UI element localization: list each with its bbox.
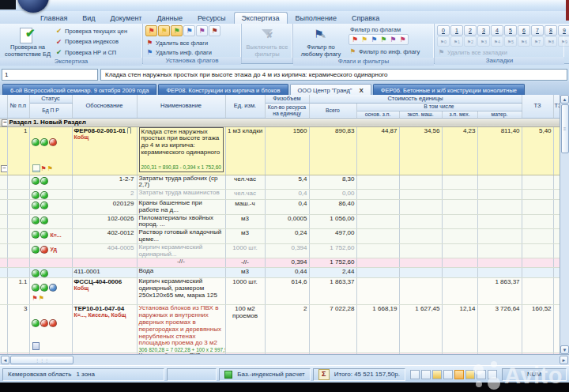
table-row[interactable]: 1.1⚑⚑ФССЦ-404-0006КобщКирпич керамически… — [0, 278, 560, 305]
name-cell[interactable]: Кирпич керамический одинарный, размером … — [137, 278, 225, 305]
bookmark-flag-button[interactable]: ⚑6 — [518, 36, 530, 47]
basis-cell[interactable] — [72, 258, 137, 268]
name-cell[interactable]: Затраты труда машинистов — [137, 190, 225, 200]
filter-flag-icon[interactable]: ⚑ — [379, 35, 388, 44]
table-row[interactable]: 102-0026Пиломатериалы хвойных пород. ...… — [0, 214, 560, 229]
table-row[interactable]: К=...402-0012Раствор готовый кладочный ц… — [0, 229, 560, 244]
status-cell[interactable] — [29, 190, 72, 200]
bookmark-button[interactable]: 8 — [545, 25, 557, 36]
bookmark-button[interactable]: 5 — [504, 25, 517, 36]
vertical-scroll-thumb[interactable]: ≡ — [561, 104, 569, 153]
bookmark-flag-button[interactable]: ⚑9 — [558, 36, 569, 47]
ribbon-tab[interactable]: Выполнение — [288, 13, 344, 24]
bookmark-flag-button[interactable]: ⚑2 — [464, 36, 477, 47]
filter-flag-icon[interactable]: ⚑ — [360, 35, 369, 44]
status-cell[interactable] — [29, 214, 72, 229]
set-flag-button[interactable]: ⚑ — [158, 25, 170, 36]
name-cell[interactable]: Пиломатериалы хвойных пород. ... — [137, 214, 225, 229]
status-cell[interactable] — [29, 268, 72, 278]
remove-all-flags-button[interactable]: ⚑Удалить все флаги — [145, 38, 208, 47]
table-row[interactable]: 411-0001Водам30,442,44 — [0, 268, 560, 278]
filter-info-flag-button[interactable]: ⚑Фильтр по инф. флагу — [349, 47, 420, 56]
horizontal-scrollbar[interactable]: ◄ ⋮⋮⋮ ► — [0, 354, 569, 365]
scroll-left-arrow[interactable]: ◄ — [1, 356, 9, 364]
horizontal-scroll-thumb[interactable]: ⋮⋮⋮ — [10, 356, 73, 364]
check-prices-button[interactable]: ✔Проверка текущих цен — [55, 26, 127, 36]
filter-any-flag-button[interactable]: ⚑✎ Фильтр по любому флагу — [296, 25, 346, 58]
header-unit-cost[interactable]: Стоимость единицы — [309, 95, 522, 103]
table-row[interactable]: −Раздел 1. Новый Раздел — [0, 118, 560, 126]
ribbon-tab[interactable]: Справка — [345, 13, 386, 24]
header-name[interactable]: Наименование — [137, 95, 225, 118]
ribbon-tab[interactable]: Ресурсы — [190, 13, 233, 24]
statusbar-tool-icon[interactable] — [454, 370, 464, 379]
name-cell[interactable]: Затраты труда рабочих (ср 2,7) — [137, 175, 225, 190]
check-db-button[interactable]: ✔ Проверка на соответствие БД — [2, 25, 53, 58]
bookmark-button[interactable]: 9 — [558, 25, 569, 36]
document-tab[interactable]: ФЕР08. Конструкции из кирпича и блоков — [158, 84, 288, 96]
table-row[interactable]: 2Затраты труда машинистовчел.час0,40,00 — [0, 190, 560, 200]
header-em[interactable]: эксп. маш. — [399, 111, 442, 118]
bookmark-flag-button[interactable]: ⚑1 — [450, 36, 463, 47]
name-cell[interactable]: Установка блоков из ПВХ в наружных и вну… — [137, 305, 225, 353]
filter-flag-icon[interactable]: ⚑ — [388, 35, 398, 44]
statusbar-tool-icon[interactable] — [443, 370, 453, 379]
basis-cell[interactable]: 102-0026 — [72, 214, 137, 229]
status-cell[interactable] — [29, 175, 72, 190]
check-nr-sp-button[interactable]: ✔Проверка НР и СП — [55, 47, 127, 57]
collapse-icon[interactable]: − — [1, 165, 7, 172]
name-cell[interactable]: -//- — [137, 258, 225, 268]
ribbon-tab[interactable]: Главная — [33, 13, 74, 24]
header-tz2[interactable]: ТЗ — [553, 95, 560, 118]
ribbon-tab[interactable]: Документ — [104, 13, 149, 24]
bookmark-flag-button[interactable]: ⚑3 — [477, 36, 490, 47]
basis-cell[interactable]: 1-2-7 — [72, 175, 137, 190]
header-status[interactable]: Статус — [29, 95, 72, 103]
header-unit[interactable]: Ед. изм. — [225, 95, 265, 118]
bookmark-flag-button[interactable]: ⚑0 — [437, 36, 450, 47]
filter-flag-icon[interactable]: ⚑ — [350, 35, 360, 44]
table-row[interactable]: 1-2-7Затраты труда рабочих (ср 2,7)чел.ч… — [0, 175, 560, 190]
header-num[interactable]: № п.п — [7, 95, 29, 118]
check-indexes-button[interactable]: ✔Проверка индексов — [55, 37, 127, 47]
header-zpm[interactable]: з.п. мех. — [442, 111, 477, 118]
header-phys[interactable]: Физобъем — [265, 95, 309, 103]
statusbar-tool-icon[interactable] — [477, 370, 486, 379]
name-cell[interactable]: Кладка стен наружных простых при высоте … — [137, 126, 225, 175]
basis-cell[interactable]: ФССЦ-404-0006Кобщ — [72, 278, 137, 305]
bookmark-button[interactable]: 3 — [477, 25, 490, 36]
basis-cell[interactable]: 411-0001 — [72, 268, 137, 278]
ribbon-tab[interactable]: Вид — [75, 13, 102, 24]
set-flag-button[interactable]: ⚑ — [209, 25, 220, 36]
document-tab[interactable]: 6-ой Всероссийский семинар. 9 октября 20… — [2, 84, 156, 96]
status-cell[interactable] — [29, 258, 72, 268]
bookmark-button[interactable]: 1 — [450, 25, 463, 36]
basis-cell[interactable]: ФЕР08-02-001-01Кобщ — [72, 126, 137, 175]
document-tab[interactable]: ФЕР06. Бетонные и ж/б конструкции моноли… — [373, 84, 525, 96]
bookmark-flag-button[interactable]: ⚑8 — [545, 36, 557, 47]
table-row[interactable]: -//--//-0,3941 752,60 — [0, 258, 560, 268]
document-tab[interactable]: ООО Центр "Гранд"X — [290, 84, 371, 96]
basis-cell[interactable]: 020129 — [72, 200, 137, 215]
statusbar-tool-icon[interactable] — [488, 370, 497, 379]
header-ozp[interactable]: основ. з.п. — [356, 111, 399, 118]
scroll-right-arrow[interactable]: ► — [560, 356, 568, 364]
bookmark-button[interactable]: 0 — [437, 25, 450, 36]
row-number-cell[interactable]: 1 — [2, 69, 98, 81]
status-cell[interactable] — [29, 305, 72, 353]
header-basis[interactable]: Обоснование — [72, 95, 137, 118]
statusbar-tool-icon[interactable] — [432, 370, 442, 379]
header-tz[interactable]: ТЗ — [522, 95, 553, 118]
scroll-up-arrow[interactable]: ▲ — [560, 95, 569, 104]
set-flag-button[interactable]: ⚑ — [183, 25, 195, 36]
table-row[interactable]: 3ТЕР10-01-047-04К=..., Кисель, КобщУстан… — [0, 305, 560, 353]
header-mat[interactable]: матер. — [477, 111, 522, 118]
basis-cell[interactable]: 2 — [72, 190, 137, 200]
set-flag-button[interactable]: ⚑ — [171, 25, 183, 36]
scroll-down-arrow[interactable]: ▼ — [560, 345, 569, 354]
basis-cell[interactable]: 402-0012 — [72, 229, 137, 244]
vertical-scrollbar[interactable]: ▲ ≡ ▼ — [560, 95, 569, 354]
statusbar-tool-icon[interactable] — [410, 370, 420, 379]
name-cell[interactable]: Краны башенные при работе на д... — [137, 200, 225, 215]
remove-info-flags-button[interactable]: ⚑Удалить инф. флаги — [145, 47, 212, 57]
